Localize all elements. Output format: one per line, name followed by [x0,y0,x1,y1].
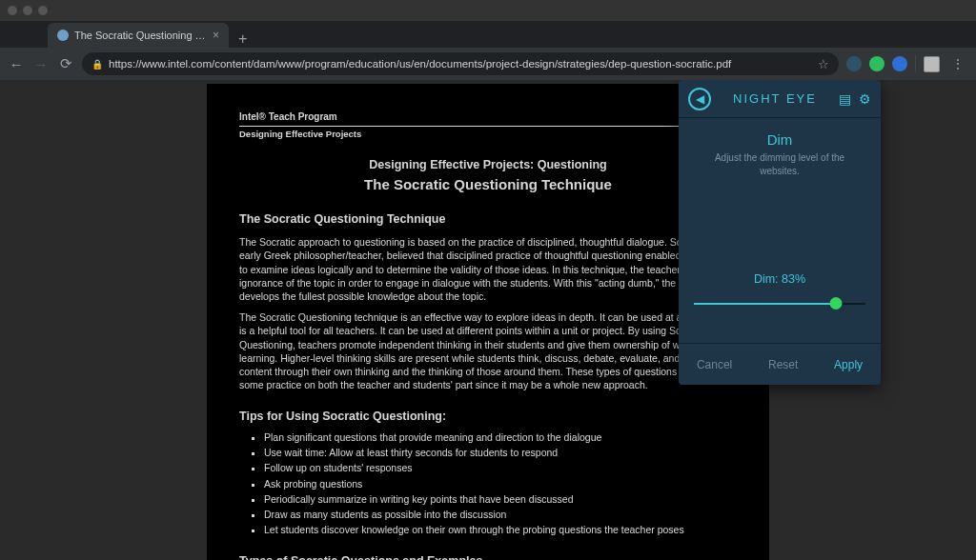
popup-brand: NIGHT EYE [719,91,831,106]
viewport: Intel® Teach Program Designing Effective… [0,80,976,560]
tab-strip: The Socratic Questioning Tech × + [0,21,976,48]
doc-kicker: Designing Effective Projects: Questionin… [239,157,737,173]
cancel-button[interactable]: Cancel [697,358,732,371]
popup-actions: Cancel Reset Apply [679,343,881,385]
list-item: Let students discover knowledge on their… [264,523,737,536]
list-item: Periodically summarize in writing key po… [264,492,737,506]
slider-track-fill [694,303,836,305]
list-item: Follow up on students' responses [264,461,737,474]
new-tab-button[interactable]: + [229,30,256,48]
profile-avatar[interactable] [924,56,940,72]
reload-button[interactable]: ⟳ [57,55,74,72]
separator [915,55,916,72]
address-bar[interactable]: 🔒 https://www.intel.com/content/dam/www/… [82,52,839,75]
apply-button[interactable]: Apply [834,358,863,371]
zoom-window[interactable] [38,6,48,15]
tips-list: Plan significant questions that provide … [264,430,737,536]
dim-value-label: Dim: 83% [694,272,865,286]
reset-button[interactable]: Reset [768,358,798,371]
list-item: Plan significant questions that provide … [264,430,737,444]
extension-evernote-icon[interactable] [869,56,884,71]
forward-button[interactable]: → [32,55,50,72]
bookmark-star-icon[interactable]: ☆ [818,57,829,71]
favicon [57,30,69,41]
gear-icon[interactable]: ⚙ [859,91,871,107]
popup-back-button[interactable]: ◀ [688,88,711,110]
tab-close-icon[interactable]: × [213,29,219,42]
mode-title: Dim [694,131,865,148]
back-button[interactable]: ← [8,55,25,72]
browser-toolbar: ← → ⟳ 🔒 https://www.intel.com/content/da… [0,48,976,80]
extension-settings-icon[interactable] [892,56,907,71]
popup-body: Dim Adjust the dimming level of the webs… [679,118,881,343]
program-subtitle: Designing Effective Projects [239,129,737,141]
list-item: Draw as many students as possible into t… [264,508,737,521]
mode-description: Adjust the dimming level of the websites… [694,151,865,177]
browser-menu-icon[interactable]: ⋮ [947,56,968,71]
close-window[interactable] [8,6,17,15]
paragraph: The Socratic approach to questioning is … [239,235,737,303]
divider [239,126,737,127]
list-item: Ask probing questions [264,477,737,490]
extension-night-eye-icon[interactable] [846,56,862,71]
section-heading: Types of Socratic Questions and Examples [239,553,737,560]
macos-titlebar [0,0,976,21]
feedback-icon[interactable]: ▤ [839,91,851,107]
lock-icon: 🔒 [92,59,103,70]
paragraph: The Socratic Questioning technique is an… [239,310,737,391]
section-heading: Tips for Using Socratic Questioning: [239,409,737,425]
minimize-window[interactable] [23,6,32,15]
program-name: Intel® Teach Program [239,110,737,124]
popup-header: ◀ NIGHT EYE ▤ ⚙ [679,80,881,118]
tab-title: The Socratic Questioning Tech [74,30,207,41]
browser-tab[interactable]: The Socratic Questioning Tech × [48,23,229,48]
url-text: https://www.intel.com/content/dam/www/pr… [109,58,812,70]
section-heading: The Socratic Questioning Technique [239,211,737,228]
slider-thumb[interactable] [830,297,843,310]
doc-title: The Socratic Questioning Technique [239,175,737,194]
night-eye-popup: ◀ NIGHT EYE ▤ ⚙ Dim Adjust the dimming l… [679,80,881,385]
list-item: Use wait time: Allow at least thirty sec… [264,446,737,459]
dim-slider[interactable] [694,295,865,314]
